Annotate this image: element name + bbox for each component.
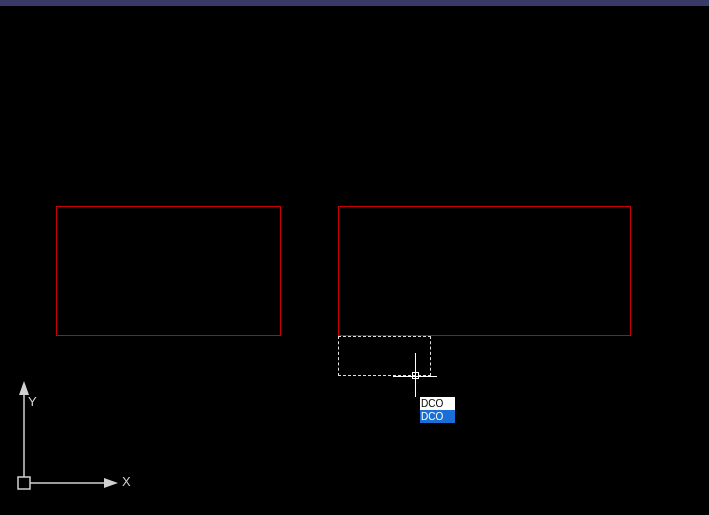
- autocomplete-item-selected[interactable]: DCO: [420, 410, 455, 423]
- drawing-canvas[interactable]: DCO DCO Y X: [0, 6, 709, 515]
- ucs-icon: [12, 375, 132, 495]
- svg-rect-0: [18, 477, 30, 489]
- svg-marker-4: [104, 478, 118, 488]
- rectangle-entity[interactable]: [338, 206, 631, 336]
- svg-marker-2: [19, 381, 29, 395]
- rectangle-entity[interactable]: [56, 206, 281, 336]
- crosshair-pickbox: [412, 372, 419, 379]
- autocomplete-item[interactable]: DCO: [420, 397, 455, 410]
- ucs-y-label: Y: [28, 394, 37, 409]
- selection-window: [338, 336, 431, 376]
- ucs-x-label: X: [122, 474, 131, 489]
- command-autocomplete-list[interactable]: DCO DCO: [419, 396, 456, 424]
